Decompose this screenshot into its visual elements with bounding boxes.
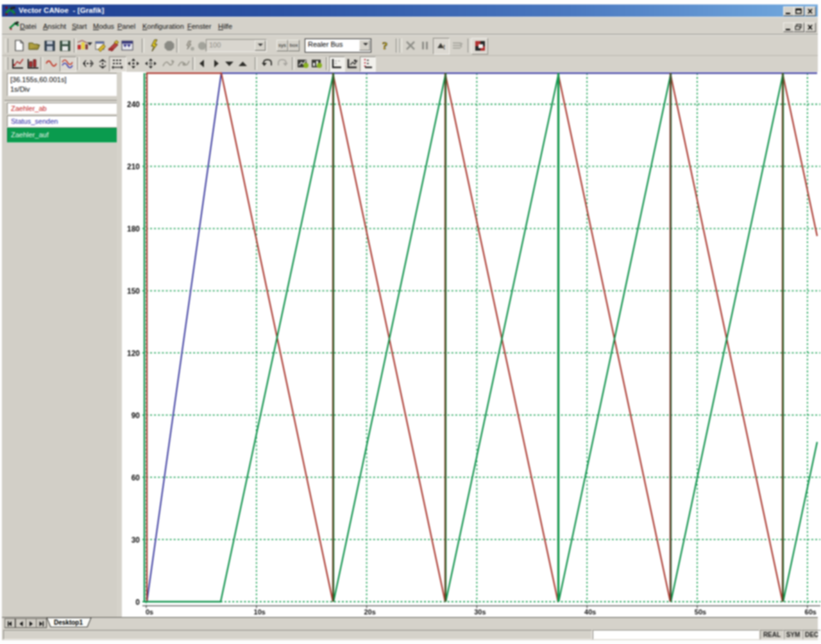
svg-text:0s: 0s xyxy=(146,608,153,616)
svg-text:40s: 40s xyxy=(584,608,596,616)
svg-text:60: 60 xyxy=(131,473,140,482)
svg-text:30: 30 xyxy=(131,536,140,545)
svg-text:120: 120 xyxy=(127,349,140,358)
svg-text:60s: 60s xyxy=(805,608,817,616)
svg-text:210: 210 xyxy=(127,162,140,171)
svg-text:90: 90 xyxy=(131,411,140,420)
svg-text:?: ? xyxy=(382,40,388,52)
svg-text:50s: 50s xyxy=(695,608,706,616)
svg-text:150: 150 xyxy=(127,287,140,296)
svg-text:0: 0 xyxy=(135,598,140,607)
svg-text:10s: 10s xyxy=(254,608,266,616)
svg-text:180: 180 xyxy=(127,225,140,233)
svg-text:t: t xyxy=(443,44,445,51)
svg-text:20s: 20s xyxy=(364,608,375,616)
svg-text:240: 240 xyxy=(127,100,140,109)
svg-text:30s: 30s xyxy=(474,608,486,616)
